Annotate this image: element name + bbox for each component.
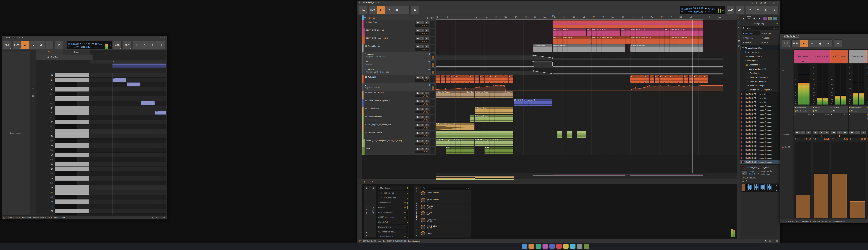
- mute-button[interactable]: M: [425, 107, 429, 111]
- mute-button[interactable]: M: [425, 37, 429, 40]
- grid-row[interactable]: [90, 176, 166, 181]
- clip-lane[interactable]: 9 Galactic Drift: [436, 107, 737, 115]
- result-item[interactable]: ∿DYLNJS_SB1_Loops_Breaks...: [740, 112, 780, 116]
- add-device-right[interactable]: +: [473, 209, 475, 213]
- search-go-icon[interactable]: →: [776, 27, 778, 29]
- automation-indicator[interactable]: [429, 84, 430, 86]
- window-minimize-button[interactable]: —: [155, 37, 157, 39]
- device-param-row[interactable]: Treble Gain0.0 dB: [421, 224, 470, 230]
- pattern-cell-clip[interactable]: 8∪: [470, 75, 474, 83]
- param-knob[interactable]: [421, 225, 425, 229]
- track-row[interactable]: ⌨Poly Grid⬤SM−6.0 dB: [362, 75, 436, 83]
- arranger-clip[interactable]: 25 + V_RIOT_kick_03: [630, 29, 664, 36]
- filter-location[interactable]: ✳Location: [742, 31, 760, 35]
- project-folder-icon[interactable]: 🗀: [722, 9, 724, 11]
- track-row[interactable]: FrequencyFX Layer » Comb » Band-Pass: [362, 67, 436, 75]
- device-state-dot[interactable]: [849, 107, 850, 108]
- track-row[interactable]: LPPoly Grid » Macro-4: [362, 83, 436, 91]
- pattern-cell-clip[interactable]: 2∪: [674, 75, 679, 83]
- piano-key[interactable]: [55, 209, 89, 214]
- search-input[interactable]: dylnjs: [746, 27, 772, 29]
- clip-lane[interactable]: 1 Bass Dist Release7 Bass Dis9 Bass Dist…: [436, 91, 737, 99]
- param-knob[interactable]: [421, 218, 425, 222]
- add-device-left[interactable]: +: [410, 209, 412, 213]
- group-folder-icon[interactable]: 🗀: [802, 61, 804, 63]
- clip-lane[interactable]: 25 + V_RIOT_kick_033225 + V_RIOT_kick_03…: [436, 28, 737, 36]
- automation-curve[interactable]: [436, 83, 737, 91]
- device-param-row[interactable]: Bass Gain0.0 dB: [421, 217, 470, 223]
- arranger-clip[interactable]: 25 + V_RIOT_kick_03: [669, 29, 703, 36]
- knife-tool-icon[interactable]: ⟋: [738, 35, 739, 38]
- mixer-channel[interactable]: Drum Machine0612182430364860∞Drum Machin…: [848, 49, 867, 219]
- pan-slider[interactable]: [831, 135, 848, 137]
- track-row[interactable]: ⌨V_RIOT_snare_dnb_01⬤SM+0.0 dB: [362, 36, 436, 44]
- automation-write-button[interactable]: ◦⌁: [401, 6, 409, 14]
- device-param-row[interactable]: Master On/OffOn: [421, 197, 470, 204]
- track-row[interactable]: ∿WG_impact_lfo_down_128⬤SM−6.0 dB: [362, 123, 436, 131]
- arranger-clip[interactable]: 17 CHIME_lead_megaman_C: [514, 99, 552, 106]
- project-tab[interactable]: 2025-09-22_4 *: [5, 36, 21, 39]
- track-volume-value[interactable]: −6.0 dB: [415, 103, 429, 105]
- automation-curve[interactable]: [746, 184, 775, 190]
- clip-launcher-button[interactable]: ⊞: [834, 39, 842, 48]
- tree-item[interactable]: 🗀System VST 3 Plug-ins0: [740, 88, 780, 92]
- tree-item[interactable]: ⌄🗀Plug-ins0: [740, 71, 780, 75]
- automation-indicator[interactable]: [429, 69, 430, 70]
- grid-row[interactable]: [90, 148, 166, 153]
- pattern-cell-clip[interactable]: 1∪: [436, 75, 440, 83]
- automation-curve[interactable]: [436, 52, 737, 60]
- piano-key[interactable]: [55, 77, 89, 82]
- device-chip[interactable]: Compressor+: [867, 117, 868, 120]
- tree-item[interactable]: ›▦Collections0: [740, 63, 780, 67]
- arm-button[interactable]: ⬤: [415, 92, 420, 94]
- solo-button[interactable]: S: [818, 130, 824, 134]
- piano-key[interactable]: [55, 120, 89, 124]
- mute-button[interactable]: M: [425, 131, 429, 134]
- piano-key[interactable]: [55, 106, 89, 111]
- device-chip[interactable]: Compressor+: [794, 105, 812, 109]
- grid-row[interactable]: [90, 204, 166, 209]
- add-device-chip[interactable]: +: [848, 113, 867, 117]
- delete-button[interactable]: ⊗: [157, 41, 165, 49]
- clip-lane[interactable]: [436, 131, 737, 139]
- grid-row[interactable]: [90, 185, 166, 190]
- play-start-marker[interactable]: [552, 15, 554, 17]
- grid-row[interactable]: [90, 73, 166, 77]
- tree-chevron-icon[interactable]: ›: [745, 68, 745, 70]
- piano-key[interactable]: [55, 115, 77, 120]
- pattern-cell-clip[interactable]: 4∪: [645, 75, 649, 83]
- track-row[interactable]: FrequencyFX Layer » Comb » Comb: [362, 52, 436, 60]
- project-tab-close-icon[interactable]: ✕: [378, 2, 379, 4]
- solo-button[interactable]: S: [420, 99, 425, 102]
- mute-button[interactable]: M: [425, 76, 429, 79]
- track-volume-value[interactable]: 0.0 dB: [415, 135, 429, 137]
- device-chip[interactable]: Reverb: [867, 109, 868, 113]
- solo-button[interactable]: S: [420, 107, 425, 111]
- arm-button[interactable]: ⬤: [415, 29, 420, 32]
- plus-icon[interactable]: +: [795, 114, 796, 116]
- midi-note[interactable]: E7: [155, 111, 166, 115]
- arm-button[interactable]: ⬤: [415, 116, 420, 118]
- piano-key[interactable]: [55, 129, 89, 134]
- track-row[interactable]: ⌨Distorted Drums⬤SM−6.0 dB: [362, 115, 436, 123]
- solo-button[interactable]: S: [420, 45, 425, 48]
- arranger-clip[interactable]: 39: [664, 29, 669, 36]
- solo-button[interactable]: S: [420, 29, 425, 32]
- clip-lane[interactable]: 1 MO_AP_atmosphere_silent_life_Cmaj9 MO_…: [436, 139, 737, 147]
- mini-track-row[interactable]: ›Drum Machine: [378, 200, 409, 205]
- pattern-cell-clip[interactable]: 2∪: [460, 75, 465, 83]
- automation-curve[interactable]: [436, 60, 737, 67]
- tree-chevron-icon[interactable]: ⌄: [745, 72, 746, 74]
- stop-button[interactable]: ■: [385, 6, 393, 14]
- taskbar-app-icon[interactable]: [550, 244, 555, 249]
- param-knob[interactable]: [421, 191, 425, 196]
- track-row[interactable]: ⌨52⬤SM−6.0 dB: [362, 147, 436, 155]
- browser-home-icon[interactable]: ▦: [741, 17, 746, 20]
- device-chip[interactable]: Delay+: [867, 113, 868, 117]
- tree-item[interactable]: ›⊞Bitwig Studio0: [740, 54, 780, 59]
- device-param-row[interactable]: Master On/OffOn: [421, 190, 470, 197]
- project-tab-close-icon[interactable]: ✕: [801, 35, 802, 37]
- piano-key[interactable]: [55, 124, 77, 129]
- grid-row[interactable]: [90, 115, 166, 120]
- mini-track-row[interactable]: CHIME_lead_megam...: [378, 215, 409, 220]
